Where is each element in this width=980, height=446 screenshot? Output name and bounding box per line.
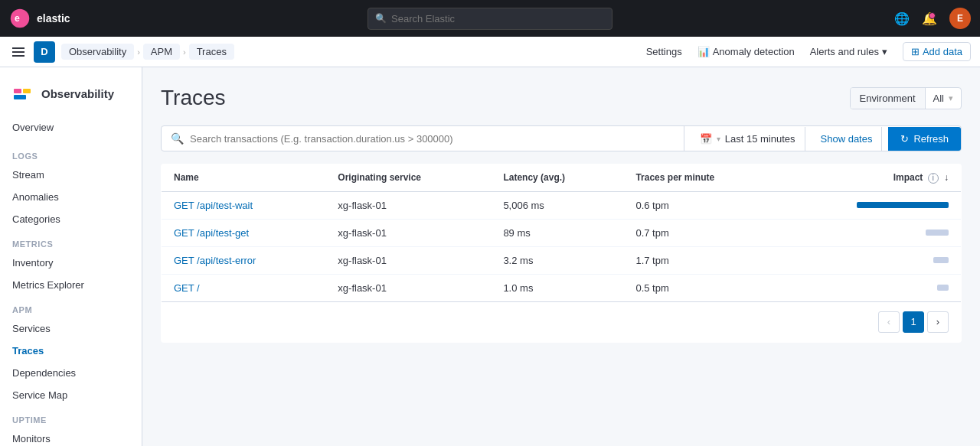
svg-rect-4 — [23, 89, 31, 93]
trace-link-0[interactable]: GET /api/test-wait — [174, 200, 253, 211]
alerts-rules-link[interactable]: Alerts and rules ▾ — [810, 46, 887, 57]
cell-name-1: GET /api/test-get — [162, 219, 326, 246]
cell-latency-3: 1.0 ms — [491, 274, 623, 301]
globe-icon[interactable]: 🌐 — [894, 11, 910, 26]
cell-name-2: GET /api/test-error — [162, 246, 326, 274]
sidebar-item-service-map[interactable]: Service Map — [0, 384, 142, 406]
sidebar-item-overview[interactable]: Overview — [0, 116, 142, 142]
impact-info-icon[interactable]: i — [928, 173, 939, 184]
cell-latency-0: 5,006 ms — [491, 191, 623, 219]
trace-link-1[interactable]: GET /api/test-get — [174, 227, 249, 239]
cell-name-3: GET / — [162, 274, 326, 301]
cell-service-1: xg-flask-01 — [325, 219, 491, 246]
elastic-logo[interactable]: e elastic — [9, 8, 70, 29]
workspace-avatar[interactable]: D — [34, 41, 55, 63]
sidebar-item-anomalies[interactable]: Anomalies — [0, 186, 142, 208]
main-layout: Observability Overview Logs Stream Anoma… — [0, 67, 980, 446]
breadcrumb-arrow-1: › — [137, 47, 140, 57]
environment-selector[interactable]: Environment All ▾ — [850, 87, 962, 109]
breadcrumb-observability[interactable]: Observability — [61, 44, 134, 60]
breadcrumb-apm[interactable]: APM — [143, 44, 180, 60]
sidebar-item-monitors[interactable]: Monitors — [0, 428, 142, 446]
svg-rect-3 — [14, 95, 26, 99]
trace-link-2[interactable]: GET /api/test-error — [174, 255, 256, 266]
sidebar-item-dependencies[interactable]: Dependencies — [0, 362, 142, 384]
refresh-button[interactable]: ↻ Refresh — [888, 127, 961, 151]
bell-icon[interactable]: 🔔 — [922, 11, 937, 26]
global-search-input[interactable] — [368, 8, 612, 30]
user-avatar[interactable]: E — [949, 8, 971, 29]
col-header-impact[interactable]: Impact i ↓ — [782, 164, 961, 192]
impact-bar-1 — [926, 230, 949, 236]
cell-service-2: xg-flask-01 — [325, 246, 491, 274]
page-title: Traces — [161, 86, 226, 110]
sidebar-item-services[interactable]: Services — [0, 317, 142, 340]
cell-impact-1 — [782, 219, 961, 246]
main-content: Traces Environment All ▾ 🔍 📅 ▾ Last 15 m… — [142, 67, 980, 446]
sidebar-section-uptime: Uptime — [0, 406, 142, 428]
pagination: ‹ 1 › — [162, 301, 961, 342]
cell-name-0: GET /api/test-wait — [162, 191, 326, 219]
cell-tpm-2: 1.7 tpm — [623, 246, 782, 274]
chart-icon: 📊 — [697, 46, 710, 57]
filter-search-container: 🔍 — [162, 126, 684, 151]
environment-value[interactable]: All ▾ — [926, 88, 961, 109]
cell-tpm-1: 0.7 tpm — [623, 219, 782, 246]
calendar-icon: 📅 — [700, 133, 712, 145]
transaction-search-input[interactable] — [190, 133, 675, 145]
svg-point-0 — [11, 9, 30, 28]
impact-bar-0 — [857, 202, 949, 208]
traces-table: Name Originating service Latency (avg.) … — [161, 164, 962, 343]
col-header-name[interactable]: Name — [162, 164, 326, 192]
svg-text:e: e — [15, 13, 20, 24]
alerts-chevron-icon: ▾ — [882, 46, 887, 57]
show-dates-button[interactable]: Show dates — [812, 127, 883, 151]
filter-bar: 🔍 📅 ▾ Last 15 minutes Show dates ↻ Refre… — [161, 125, 962, 151]
sidebar-item-metrics-explorer[interactable]: Metrics Explorer — [0, 274, 142, 296]
page-1-button[interactable]: 1 — [903, 311, 924, 333]
breadcrumb-traces[interactable]: Traces — [189, 44, 234, 60]
sidebar-item-traces[interactable]: Traces — [0, 340, 142, 362]
page-header: Traces Environment All ▾ — [161, 86, 962, 110]
prev-page-button[interactable]: ‹ — [878, 311, 900, 333]
elastic-logo-icon: e — [9, 8, 31, 29]
table-header-row: Name Originating service Latency (avg.) … — [162, 164, 962, 192]
sidebar: Observability Overview Logs Stream Anoma… — [0, 67, 142, 446]
sidebar-title: Observability — [41, 87, 114, 100]
sidebar-section-apm: APM — [0, 296, 142, 317]
date-range-picker[interactable]: 📅 ▾ Last 15 minutes — [691, 127, 805, 151]
sidebar-item-categories[interactable]: Categories — [0, 208, 142, 230]
filter-search-icon: 🔍 — [171, 132, 184, 145]
sidebar-item-stream[interactable]: Stream — [0, 164, 142, 186]
impact-bar-2 — [933, 257, 949, 263]
breadcrumb-right-actions: Settings 📊 Anomaly detection Alerts and … — [646, 42, 971, 61]
pagination-row: ‹ 1 › — [162, 301, 962, 343]
hamburger-button[interactable] — [9, 44, 28, 60]
col-header-service[interactable]: Originating service — [325, 164, 491, 192]
col-header-tpm[interactable]: Traces per minute — [623, 164, 782, 192]
table-row: GET /api/test-get xg-flask-01 89 ms 0.7 … — [162, 219, 962, 246]
global-search-container: 🔍 — [368, 8, 612, 30]
top-navigation: e elastic 🔍 🌐 🔔 E — [0, 0, 980, 37]
next-page-button[interactable]: › — [927, 311, 949, 333]
environment-chevron-icon: ▾ — [949, 93, 953, 103]
cell-service-0: xg-flask-01 — [325, 191, 491, 219]
elastic-logo-text: elastic — [37, 12, 70, 24]
cell-tpm-3: 0.5 tpm — [623, 274, 782, 301]
cell-impact-3 — [782, 274, 961, 301]
table-row: GET /api/test-wait xg-flask-01 5,006 ms … — [162, 191, 962, 219]
add-data-icon: ⊞ — [911, 46, 920, 57]
settings-link[interactable]: Settings — [646, 46, 682, 57]
sidebar-logo-icon — [12, 83, 34, 104]
sidebar-item-inventory[interactable]: Inventory — [0, 252, 142, 274]
anomaly-detection-link[interactable]: 📊 Anomaly detection — [697, 46, 795, 57]
sidebar-section-logs: Logs — [0, 142, 142, 164]
time-range-text: Last 15 minutes — [725, 133, 795, 145]
add-data-button[interactable]: ⊞ Add data — [903, 42, 971, 61]
trace-link-3[interactable]: GET / — [174, 282, 200, 294]
sidebar-section-metrics: Metrics — [0, 230, 142, 252]
breadcrumb-bar: D Observability › APM › Traces Settings … — [0, 37, 980, 67]
nav-right-icons: 🌐 🔔 E — [894, 8, 971, 29]
col-header-latency[interactable]: Latency (avg.) — [491, 164, 623, 192]
cell-impact-0 — [782, 191, 961, 219]
